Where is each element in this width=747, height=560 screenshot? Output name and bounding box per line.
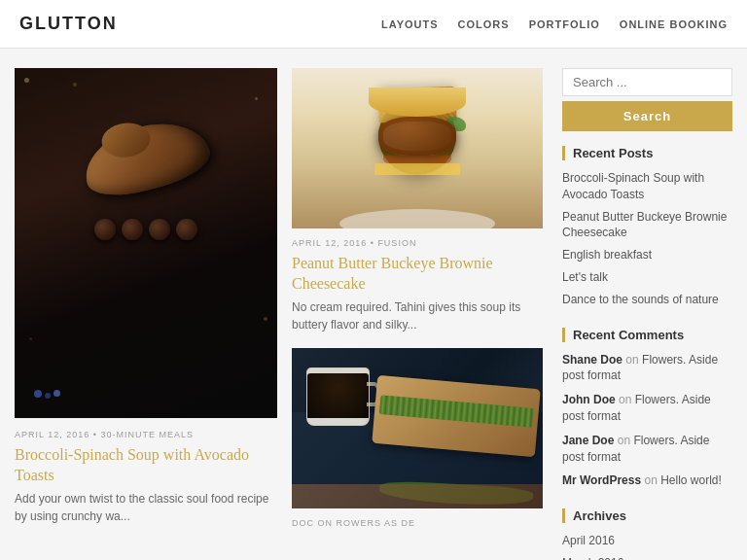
nav-layouts[interactable]: LAYOUTS: [381, 18, 439, 30]
recent-posts-section: Recent Posts Broccoli-Spinach Soup with …: [562, 146, 732, 308]
comment-4: Mr WordPress on Hello world!: [562, 472, 732, 489]
comment-1: Shane Doe on Flowers. Aside post format: [562, 352, 732, 385]
post-card-1: APRIL 12, 2016 • FUSION Peanut Butter Bu…: [292, 68, 543, 333]
recent-comments-section: Recent Comments Shane Doe on Flowers. As…: [562, 328, 732, 490]
recent-post-2[interactable]: Peanut Butter Buckeye Brownie Cheesecake: [562, 209, 732, 242]
content-area: APRIL 12, 2016 • 30-MINUTE MEALS Broccol…: [15, 68, 543, 560]
archive-march[interactable]: March 2016: [562, 555, 732, 560]
site-logo[interactable]: GLUTTON: [19, 14, 118, 34]
recent-post-3[interactable]: English breakfast: [562, 247, 732, 263]
recent-post-1[interactable]: Broccoli-Spinach Soup with Avocado Toast…: [562, 170, 732, 203]
post-card-1-title[interactable]: Peanut Butter Buckeye Brownie Cheesecake: [292, 254, 543, 295]
archive-april[interactable]: April 2016: [562, 533, 732, 549]
archives-section: Archives April 2016 March 2016: [562, 508, 732, 560]
nav-booking[interactable]: ONLINE BOOKING: [620, 18, 728, 30]
post-card-1-excerpt: No cream required. Tahini gives this sou…: [292, 298, 543, 333]
left-column: APRIL 12, 2016 • 30-MINUTE MEALS Broccol…: [15, 68, 277, 544]
post-card-1-date: APRIL 12, 2016 • FUSION: [292, 238, 416, 248]
main-nav: LAYOUTS COLORS PORTFOLIO ONLINE BOOKING: [381, 17, 728, 32]
nav-colors[interactable]: COLORS: [458, 18, 510, 30]
post-card-2-date: Doc on Rowers As de: [292, 518, 415, 528]
search-input[interactable]: [562, 68, 732, 96]
post-card-1-image[interactable]: [292, 68, 543, 228]
featured-post-excerpt: Add your own twist to the classic soul f…: [15, 490, 277, 525]
posts-grid: APRIL 12, 2016 • 30-MINUTE MEALS Broccol…: [15, 68, 543, 544]
recent-comments-title: Recent Comments: [562, 328, 732, 342]
post-card-2: Doc on Rowers As de: [292, 348, 543, 530]
featured-post-date: APRIL 12, 2016 • 30-MINUTE MEALS: [15, 430, 194, 439]
archives-title: Archives: [562, 508, 732, 523]
comment-2: John Doe on Flowers. Aside post format: [562, 392, 732, 425]
sidebar: Search Recent Posts Broccoli-Spinach Sou…: [562, 68, 732, 560]
featured-post-title[interactable]: Broccoli-Spinach Soup with Avocado Toast…: [15, 445, 277, 486]
nav-portfolio[interactable]: PORTFOLIO: [529, 18, 600, 30]
search-box: Search: [562, 68, 732, 131]
post-card-2-image[interactable]: [292, 348, 543, 508]
featured-post: APRIL 12, 2016 • 30-MINUTE MEALS Broccol…: [15, 68, 277, 525]
post-card-2-meta: Doc on Rowers As de: [292, 514, 543, 530]
site-header: GLUTTON LAYOUTS COLORS PORTFOLIO ONLINE …: [0, 0, 747, 49]
recent-post-4[interactable]: Let's talk: [562, 269, 732, 286]
comment-3: Jane Doe on Flowers. Aside post format: [562, 433, 732, 466]
comment-4-link[interactable]: Hello world!: [660, 473, 722, 487]
right-column: APRIL 12, 2016 • FUSION Peanut Butter Bu…: [292, 68, 543, 544]
recent-post-5[interactable]: Dance to the sounds of nature: [562, 292, 732, 308]
recent-posts-title: Recent Posts: [562, 146, 732, 160]
post-card-1-meta: APRIL 12, 2016 • FUSION Peanut Butter Bu…: [292, 234, 543, 333]
featured-post-image[interactable]: [15, 68, 277, 418]
search-button[interactable]: Search: [562, 101, 732, 131]
featured-post-meta: APRIL 12, 2016 • 30-MINUTE MEALS Broccol…: [15, 426, 277, 525]
main-container: APRIL 12, 2016 • 30-MINUTE MEALS Broccol…: [0, 49, 747, 560]
